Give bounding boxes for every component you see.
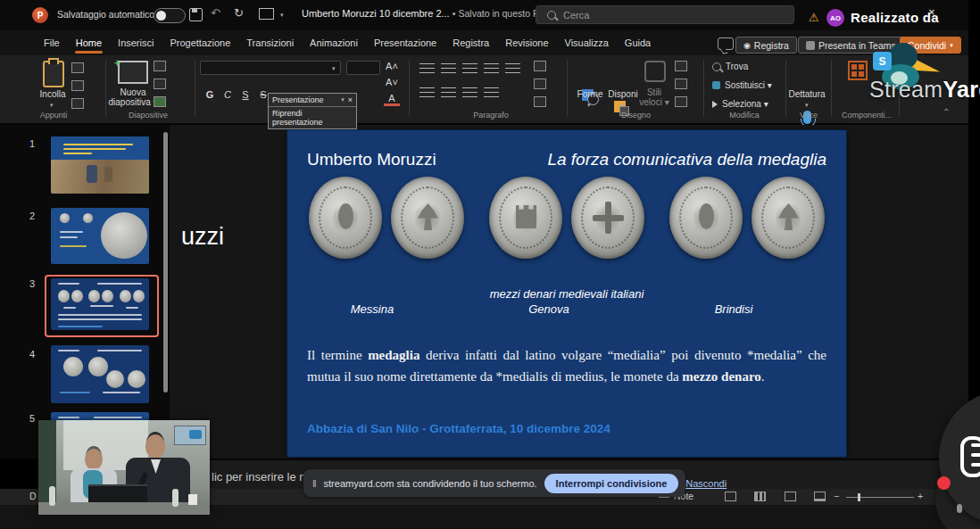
thumb3-text-line bbox=[90, 305, 113, 307]
underline-button[interactable]: S bbox=[237, 89, 253, 100]
new-slide-icon[interactable] bbox=[118, 61, 148, 84]
slide-editor[interactable]: Umberto Moruzzi La forza comunicativa de… bbox=[287, 130, 846, 457]
save-status[interactable]: Salvato in questo PC bbox=[458, 8, 545, 19]
trova-button[interactable]: Trova bbox=[712, 62, 748, 71]
select-cursor-icon bbox=[712, 101, 718, 108]
font-name-caret-icon: ▾ bbox=[332, 65, 336, 72]
dettatura-button[interactable]: Dettatura bbox=[784, 89, 830, 99]
zoom-slider-knob[interactable] bbox=[858, 493, 860, 501]
tab-animazioni[interactable]: Animazioni bbox=[302, 32, 366, 54]
stili-veloci-button[interactable]: Stiliveloci ▾ bbox=[632, 87, 677, 107]
tab-presentazione[interactable]: Presentazione bbox=[366, 32, 444, 54]
search-input[interactable]: Cerca bbox=[536, 5, 794, 24]
slide-thumbnail-3[interactable] bbox=[51, 278, 149, 330]
cut-icon[interactable] bbox=[71, 62, 84, 73]
collapse-ribbon-icon[interactable]: ⌃ bbox=[943, 107, 950, 117]
zoom-slider-track[interactable] bbox=[846, 497, 914, 498]
slide-thumbnail-2[interactable] bbox=[51, 208, 149, 264]
text-direction-icon[interactable] bbox=[534, 61, 546, 71]
slide-layout-icon[interactable] bbox=[154, 61, 166, 71]
redo-icon[interactable]: ↻ bbox=[234, 7, 244, 19]
tab-progettazione[interactable]: Progettazione bbox=[162, 32, 238, 54]
grow-font-button[interactable]: A˄ bbox=[384, 61, 400, 71]
paste-icon[interactable] bbox=[43, 61, 64, 87]
copy-icon[interactable] bbox=[71, 80, 84, 91]
tab-file[interactable]: File bbox=[36, 32, 68, 54]
tab-visualizza[interactable]: Visualizza bbox=[557, 32, 617, 54]
incolla-button[interactable]: Incolla bbox=[32, 89, 73, 99]
increase-indent-button[interactable] bbox=[484, 63, 499, 74]
thumbnail-scrollbar[interactable] bbox=[163, 132, 168, 393]
sostituisci-button[interactable]: Sostituisci ▾ bbox=[712, 80, 772, 90]
incolla-caret-icon[interactable]: ▾ bbox=[50, 102, 54, 109]
dettatura-caret-icon[interactable]: ▾ bbox=[805, 102, 809, 109]
toggle-knob bbox=[156, 11, 166, 21]
tab-revisione[interactable]: Revisione bbox=[497, 32, 556, 54]
section-icon[interactable] bbox=[154, 96, 166, 107]
comments-icon[interactable] bbox=[718, 37, 734, 50]
tab-home[interactable]: Home bbox=[68, 32, 110, 54]
ppt-warning-icon[interactable]: ⚠ bbox=[809, 11, 819, 24]
format-painter-icon[interactable] bbox=[71, 98, 84, 109]
pause-sharing-icon[interactable]: ‖ bbox=[312, 478, 317, 489]
font-name-select[interactable] bbox=[200, 61, 341, 75]
floating-toolbar-header[interactable]: Presentazione ▾ × bbox=[269, 94, 356, 107]
floating-close-icon[interactable]: × bbox=[348, 95, 353, 104]
slide-thumbnail-4[interactable] bbox=[51, 345, 149, 403]
forme-caret-icon[interactable]: ▾ bbox=[587, 102, 591, 109]
tab-transizioni[interactable]: Transizioni bbox=[238, 32, 302, 54]
bold-button[interactable]: G bbox=[202, 89, 218, 100]
riprendi-presentazione-button[interactable]: Riprendi presentazione bbox=[269, 107, 356, 128]
zoom-in-button[interactable]: + bbox=[918, 491, 923, 501]
italic-button[interactable]: C bbox=[220, 89, 236, 100]
normal-view-icon[interactable] bbox=[725, 492, 736, 501]
align-right-button[interactable] bbox=[462, 87, 478, 98]
slideshow-icon[interactable] bbox=[259, 8, 274, 20]
bullets-button[interactable] bbox=[419, 63, 435, 74]
shape-fill-icon[interactable] bbox=[675, 61, 687, 71]
save-icon[interactable] bbox=[189, 8, 203, 21]
align-left-button[interactable] bbox=[419, 87, 435, 98]
quick-access-caret-icon[interactable]: ▾ bbox=[280, 12, 284, 19]
zoom-out-button[interactable]: − bbox=[834, 491, 839, 501]
muted-mic-icon[interactable] bbox=[957, 504, 962, 513]
crowned-head-motif bbox=[338, 203, 353, 229]
seleziona-button[interactable]: Seleziona ▾ bbox=[712, 99, 768, 109]
comments-list-icon bbox=[971, 443, 980, 447]
disponi-caret-icon[interactable]: ▾ bbox=[620, 102, 624, 109]
decrease-indent-button[interactable] bbox=[462, 63, 478, 74]
shape-effects-icon[interactable] bbox=[675, 96, 687, 107]
reset-slide-icon[interactable] bbox=[154, 79, 166, 89]
desk bbox=[38, 502, 210, 515]
shape-outline-icon[interactable] bbox=[675, 79, 687, 89]
appunti-group-label: Appunti bbox=[27, 111, 80, 120]
hide-share-bar-link[interactable]: Nascondi bbox=[685, 478, 727, 489]
numbering-button[interactable] bbox=[441, 63, 456, 74]
convert-smartart-icon[interactable] bbox=[534, 96, 546, 107]
align-text-icon[interactable] bbox=[534, 79, 546, 89]
justify-button[interactable] bbox=[484, 87, 499, 98]
align-center-button[interactable] bbox=[441, 87, 456, 98]
autosave-toggle[interactable] bbox=[154, 8, 186, 23]
thumb2-seal bbox=[83, 213, 93, 223]
shrink-font-button[interactable]: A˅ bbox=[384, 77, 400, 87]
font-color-button[interactable]: A bbox=[384, 93, 400, 106]
floating-caret-icon[interactable]: ▾ bbox=[341, 96, 345, 103]
line-spacing-button[interactable] bbox=[505, 63, 520, 74]
font-size-select[interactable] bbox=[346, 61, 380, 75]
tab-inserisci[interactable]: Inserisci bbox=[110, 32, 162, 54]
undo-icon[interactable]: ↶ bbox=[211, 7, 220, 19]
reading-view-icon[interactable] bbox=[785, 492, 796, 501]
replace-icon bbox=[712, 81, 720, 89]
slideshow-view-icon[interactable] bbox=[814, 492, 826, 501]
slide-title: La forza comunicativa della medaglia bbox=[547, 150, 826, 169]
tab-registra[interactable]: Registra bbox=[444, 32, 497, 54]
tab-guida[interactable]: Guida bbox=[617, 32, 659, 54]
made-with-close-icon[interactable]: × bbox=[928, 5, 935, 19]
registra-button[interactable]: ◉ Registra bbox=[735, 37, 797, 54]
slide-thumbnail-1[interactable] bbox=[51, 136, 149, 194]
stop-sharing-button[interactable]: Interrompi condivisione bbox=[544, 474, 679, 493]
powerpoint-app-icon[interactable]: P bbox=[32, 7, 48, 23]
slide-sorter-view-icon[interactable] bbox=[754, 492, 766, 501]
addins-icon[interactable] bbox=[848, 61, 868, 80]
